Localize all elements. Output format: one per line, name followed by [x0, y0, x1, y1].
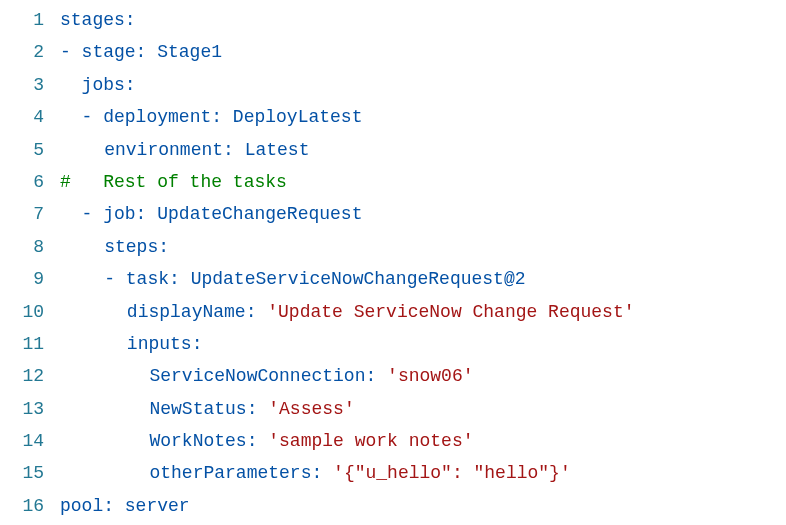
code-line: 11 inputs: — [0, 328, 786, 360]
code-line: 12 ServiceNowConnection: 'snow06' — [0, 360, 786, 392]
line-number: 12 — [0, 360, 60, 392]
line-content: # Rest of the tasks — [60, 166, 786, 198]
code-line: 14 WorkNotes: 'sample work notes' — [0, 425, 786, 457]
line-number: 5 — [0, 134, 60, 166]
line-content: - stage: Stage1 — [60, 36, 786, 68]
code-line: 15 otherParameters: '{"u_hello": "hello"… — [0, 457, 786, 489]
yaml-string: 'snow06' — [387, 366, 473, 386]
code-line: 5 environment: Latest — [0, 134, 786, 166]
line-number: 1 — [0, 4, 60, 36]
line-content: steps: — [60, 231, 786, 263]
yaml-token: - job: UpdateChangeRequest — [82, 204, 363, 224]
line-content: jobs: — [60, 69, 786, 101]
line-content: inputs: — [60, 328, 786, 360]
code-line: 1stages: — [0, 4, 786, 36]
yaml-token: - task: UpdateServiceNowChangeRequest@2 — [104, 269, 525, 289]
code-line: 8 steps: — [0, 231, 786, 263]
line-content: displayName: 'Update ServiceNow Change R… — [60, 296, 786, 328]
code-line: 9 - task: UpdateServiceNowChangeRequest@… — [0, 263, 786, 295]
code-line: 6# Rest of the tasks — [0, 166, 786, 198]
yaml-string: 'sample work notes' — [268, 431, 473, 451]
line-content: NewStatus: 'Assess' — [60, 393, 786, 425]
yaml-token: steps: — [104, 237, 169, 257]
yaml-token: # Rest of the tasks — [60, 172, 287, 192]
line-number: 16 — [0, 490, 60, 522]
line-content: otherParameters: '{"u_hello": "hello"}' — [60, 457, 786, 489]
yaml-token: inputs: — [127, 334, 203, 354]
code-line: 4 - deployment: DeployLatest — [0, 101, 786, 133]
line-content: stages: — [60, 4, 786, 36]
line-content: - deployment: DeployLatest — [60, 101, 786, 133]
yaml-token: - deployment: DeployLatest — [82, 107, 363, 127]
code-line: 16pool: server — [0, 490, 786, 522]
line-number: 14 — [0, 425, 60, 457]
line-number: 7 — [0, 198, 60, 230]
yaml-key: otherParameters: — [149, 463, 333, 483]
line-number: 2 — [0, 36, 60, 68]
line-number: 3 — [0, 69, 60, 101]
line-number: 8 — [0, 231, 60, 263]
code-line: 2- stage: Stage1 — [0, 36, 786, 68]
yaml-key: displayName: — [127, 302, 267, 322]
line-number: 4 — [0, 101, 60, 133]
yaml-token: - stage: Stage1 — [60, 42, 222, 62]
yaml-key: WorkNotes: — [149, 431, 268, 451]
line-number: 11 — [0, 328, 60, 360]
line-content: ServiceNowConnection: 'snow06' — [60, 360, 786, 392]
code-editor: 1stages:2- stage: Stage13 jobs:4 - deplo… — [0, 0, 786, 525]
yaml-key: NewStatus: — [149, 399, 268, 419]
yaml-token: jobs: — [82, 75, 136, 95]
line-number: 6 — [0, 166, 60, 198]
line-content: WorkNotes: 'sample work notes' — [60, 425, 786, 457]
yaml-string: 'Update ServiceNow Change Request' — [267, 302, 634, 322]
line-content: - job: UpdateChangeRequest — [60, 198, 786, 230]
line-number: 9 — [0, 263, 60, 295]
yaml-string: 'Assess' — [268, 399, 354, 419]
yaml-token: stages: — [60, 10, 136, 30]
line-content: environment: Latest — [60, 134, 786, 166]
code-line: 7 - job: UpdateChangeRequest — [0, 198, 786, 230]
code-line: 10 displayName: 'Update ServiceNow Chang… — [0, 296, 786, 328]
line-content: pool: server — [60, 490, 786, 522]
line-number: 15 — [0, 457, 60, 489]
yaml-string: '{"u_hello": "hello"}' — [333, 463, 571, 483]
line-content: - task: UpdateServiceNowChangeRequest@2 — [60, 263, 786, 295]
yaml-token: environment: Latest — [104, 140, 309, 160]
code-line: 13 NewStatus: 'Assess' — [0, 393, 786, 425]
line-number: 13 — [0, 393, 60, 425]
code-line: 3 jobs: — [0, 69, 786, 101]
yaml-token: pool: server — [60, 496, 190, 516]
yaml-key: ServiceNowConnection: — [149, 366, 387, 386]
line-number: 10 — [0, 296, 60, 328]
